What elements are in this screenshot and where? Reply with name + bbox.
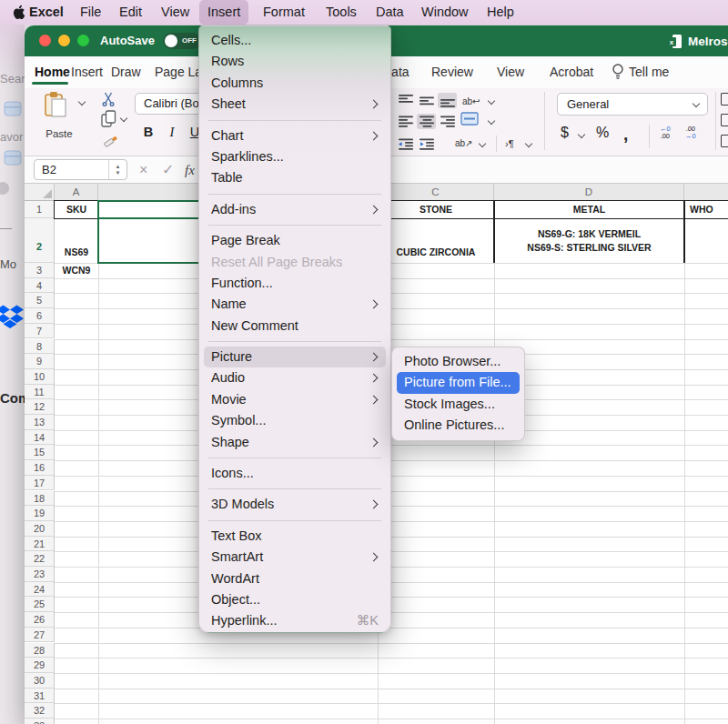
row-header-30[interactable]: 30 xyxy=(25,673,55,689)
ribbon-tab-draw[interactable]: Draw xyxy=(111,63,141,82)
menu-item-wordart[interactable]: WordArt xyxy=(199,568,390,589)
wrap-text-icon[interactable]: ab↩ xyxy=(462,96,480,106)
decrease-indent-icon[interactable] xyxy=(396,136,415,152)
row-header-32[interactable]: 32 xyxy=(25,703,55,719)
cut-scissors-icon[interactable] xyxy=(101,92,116,110)
menubar-item-insert[interactable]: Insert xyxy=(199,0,248,25)
menu-item-page-break[interactable]: Page Break xyxy=(199,230,390,251)
row-header-14[interactable]: 14 xyxy=(25,430,55,446)
menu-item-columns[interactable]: Columns xyxy=(199,73,390,94)
row-header-23[interactable]: 23 xyxy=(25,567,55,582)
cell-a3[interactable]: WCN9 xyxy=(55,263,98,278)
currency-chevron-icon[interactable] xyxy=(578,131,585,138)
menubar-item-tools[interactable]: Tools xyxy=(318,0,365,25)
menu-item-sparklines[interactable]: Sparklines... xyxy=(199,146,390,167)
row-header-17[interactable]: 17 xyxy=(25,476,55,491)
menu-item-movie[interactable]: Movie xyxy=(199,389,390,410)
paragraph-direction-icon[interactable]: ›¶ xyxy=(505,138,514,149)
row-header-28[interactable]: 28 xyxy=(25,643,55,659)
menubar-item-format[interactable]: Format xyxy=(255,0,313,25)
cell-styles-partial-icon[interactable] xyxy=(721,135,728,147)
cell-d1[interactable]: METAL xyxy=(494,201,684,218)
format-painter-icon[interactable] xyxy=(102,133,120,153)
submenu-item-picture-from-file[interactable]: Picture from File... xyxy=(397,372,520,393)
currency-format-button[interactable]: $ xyxy=(561,125,569,141)
ribbon-tab-acrobat[interactable]: Acrobat xyxy=(550,63,593,82)
row-header-31[interactable]: 31 xyxy=(25,689,55,704)
row-header-29[interactable]: 29 xyxy=(25,658,55,673)
menu-item-hyperlink[interactable]: Hyperlink...⌘K xyxy=(199,610,390,631)
stepper-up-icon[interactable]: ▲ xyxy=(116,164,121,170)
row-header-1[interactable]: 1 xyxy=(25,201,55,218)
menubar-item-window[interactable]: Window xyxy=(413,0,477,25)
submenu-item-online-pictures[interactable]: Online Pictures... xyxy=(392,415,524,436)
ribbon-tab-review[interactable]: Review xyxy=(431,63,473,82)
menu-item-audio[interactable]: Audio xyxy=(199,367,390,388)
align-top-icon[interactable] xyxy=(396,93,415,108)
column-header-e[interactable]: E xyxy=(684,184,728,201)
column-header-a[interactable]: A xyxy=(55,184,98,201)
menubar-item-view[interactable]: View xyxy=(153,0,197,25)
menu-item-chart[interactable]: Chart xyxy=(199,126,390,146)
menu-item-icons[interactable]: Icons... xyxy=(199,463,390,484)
menu-item-picture[interactable]: Picture xyxy=(204,347,386,367)
paragraph-chevron-icon[interactable] xyxy=(525,140,532,147)
align-left-icon[interactable] xyxy=(396,114,415,129)
paste-button[interactable] xyxy=(44,91,67,123)
menu-item-cells[interactable]: Cells... xyxy=(199,30,390,51)
row-header-18[interactable]: 18 xyxy=(25,491,55,507)
menu-item-text-box[interactable]: Text Box xyxy=(199,526,390,547)
row-header-26[interactable]: 26 xyxy=(25,612,55,628)
ribbon-tab-view[interactable]: View xyxy=(497,63,524,82)
menu-item-new-comment[interactable]: New Comment xyxy=(199,316,390,337)
zoom-window-button[interactable] xyxy=(77,35,89,46)
orientation-chevron-icon[interactable] xyxy=(479,140,486,147)
align-bottom-icon[interactable] xyxy=(438,93,457,108)
row-header-6[interactable]: 6 xyxy=(25,308,55,324)
close-window-button[interactable] xyxy=(39,35,51,46)
row-header-25[interactable]: 25 xyxy=(25,597,55,612)
row-header-13[interactable]: 13 xyxy=(25,415,55,430)
row-header-15[interactable]: 15 xyxy=(25,445,55,460)
row-header-19[interactable]: 19 xyxy=(25,506,55,521)
submenu-item-stock-images[interactable]: Stock Images... xyxy=(392,394,524,415)
ribbon-tab-insert[interactable]: Insert xyxy=(71,63,103,82)
row-header-20[interactable]: 20 xyxy=(25,521,55,537)
menu-item-symbol[interactable]: Symbol... xyxy=(199,410,390,431)
italic-button[interactable]: I xyxy=(163,125,181,140)
row-header-2[interactable]: 2 xyxy=(25,218,55,263)
number-format-select[interactable]: General xyxy=(557,93,708,116)
row-header-9[interactable]: 9 xyxy=(25,354,55,369)
row-header-10[interactable]: 10 xyxy=(25,369,55,385)
menubar-item-edit[interactable]: Edit xyxy=(111,0,150,25)
cell-c1[interactable]: STONE xyxy=(378,201,494,218)
row-header-27[interactable]: 27 xyxy=(25,628,55,643)
decrease-decimal-icon[interactable]: .00 →0 xyxy=(685,126,696,140)
autosave-toggle[interactable]: OFF xyxy=(163,33,201,49)
menu-item-name[interactable]: Name xyxy=(199,294,390,315)
minimize-window-button[interactable] xyxy=(58,35,70,46)
paste-dropdown-chevron-icon[interactable] xyxy=(78,98,86,106)
menu-item-smartart[interactable]: SmartArt xyxy=(199,547,390,568)
menubar-item-file[interactable]: File xyxy=(72,0,109,25)
select-all-corner[interactable] xyxy=(25,184,55,201)
increase-decimal-icon[interactable]: ←0 .00 xyxy=(660,126,671,140)
menu-item-shape[interactable]: Shape xyxy=(199,432,390,453)
row-header-12[interactable]: 12 xyxy=(25,399,55,415)
copy-icon[interactable] xyxy=(101,110,116,131)
wrap-text-chevron-icon[interactable] xyxy=(488,97,495,105)
ribbon-tab-home[interactable]: Home xyxy=(35,63,70,82)
menubar-item-excel[interactable]: Excel xyxy=(21,0,72,25)
cell-c2[interactable]: CUBIC ZIRCONIA xyxy=(378,218,494,263)
row-header-21[interactable]: 21 xyxy=(25,537,55,552)
row-header-7[interactable]: 7 xyxy=(25,324,55,339)
enter-icon[interactable]: ✓ xyxy=(162,156,174,184)
tell-me-button[interactable]: Tell me xyxy=(612,63,669,80)
row-header-16[interactable]: 16 xyxy=(25,460,55,476)
menubar-item-data[interactable]: Data xyxy=(368,0,412,25)
cell-a2[interactable]: NS69 xyxy=(55,218,98,263)
menu-item-add-ins[interactable]: Add-ins xyxy=(199,199,390,220)
menu-item-sheet[interactable]: Sheet xyxy=(199,94,390,115)
menu-item-object[interactable]: Object... xyxy=(199,589,390,610)
row-header-11[interactable]: 11 xyxy=(25,385,55,400)
